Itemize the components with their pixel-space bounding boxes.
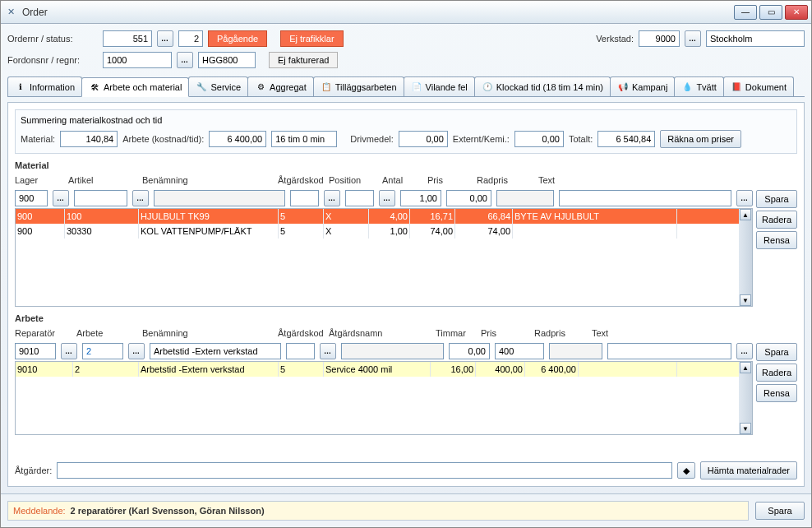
message-bar: Meddelande: 2 reparatörer (Karl Svensson… [7, 501, 749, 521]
arb-benamning-input[interactable] [154, 346, 277, 356]
mat-antal-input[interactable] [404, 193, 437, 203]
wash-icon: 💧 [681, 81, 693, 93]
mat-pos-input[interactable] [349, 193, 370, 203]
driv-value[interactable] [403, 134, 444, 144]
scroll-up-icon[interactable]: ▲ [740, 209, 751, 220]
tab-tvatt[interactable]: 💧Tvätt [674, 76, 723, 96]
arb-arbete-input[interactable] [86, 346, 119, 356]
app-icon: ✕ [4, 6, 17, 19]
mat-artikel-input[interactable] [78, 193, 123, 203]
atgarder-label: Åtgärder: [15, 465, 52, 475]
tab-kampanj[interactable]: 📢Kampanj [610, 76, 675, 96]
regnr-input[interactable] [202, 55, 251, 65]
window-title: Order [22, 7, 734, 18]
ext-value[interactable] [519, 134, 560, 144]
arb-radpris-input [553, 346, 598, 356]
arb-atgard-lookup[interactable]: … [320, 343, 336, 359]
minimize-button[interactable]: — [734, 5, 757, 20]
mat-pos-lookup[interactable]: … [379, 190, 395, 206]
arb-radera-button[interactable]: Radera [756, 364, 797, 382]
status-badge-1: Pågående [208, 30, 267, 47]
hamta-button[interactable]: Hämta materialrader [700, 461, 797, 479]
table-row[interactable]: 90030330KOL VATTENPUMP/FLÄKT5X1,0074,007… [16, 224, 739, 239]
scroll-down-icon[interactable]: ▼ [740, 294, 751, 306]
arb-rep-lookup[interactable]: … [61, 343, 77, 359]
fordon-input[interactable] [107, 55, 168, 65]
tot-value[interactable] [602, 134, 651, 144]
material-heading: Material [15, 160, 797, 170]
scroll-up-icon[interactable]: ▲ [740, 362, 751, 373]
tot-label: Totalt: [569, 134, 593, 144]
arb-scrollbar[interactable]: ▲ ▼ [739, 362, 752, 434]
arb-rep-input[interactable] [19, 346, 52, 356]
mat-radera-button[interactable]: Radera [756, 211, 797, 229]
arb-pris-input[interactable] [499, 346, 540, 356]
message-label: Meddelande: [13, 506, 66, 516]
doc-icon: 📕 [731, 81, 742, 93]
arb-spara-button[interactable]: Spara [756, 343, 797, 361]
verkstad-input[interactable] [643, 34, 676, 44]
mat-text-lookup[interactable]: … [736, 190, 753, 206]
material-headers: Lager Artikel Benämning Åtgärdskod Posit… [15, 175, 797, 185]
info-icon: ℹ [15, 81, 26, 93]
tab-arbete-material[interactable]: 🛠Arbete och material [81, 77, 189, 97]
mat-lager-input[interactable] [19, 193, 44, 203]
arbete-tid-value[interactable] [275, 134, 333, 144]
service-icon: 🔧 [196, 81, 207, 93]
pending-icon: 📄 [411, 81, 422, 93]
arb-arbete-lookup[interactable]: … [128, 343, 145, 359]
work-icon: 🛠 [89, 81, 100, 93]
arb-text-lookup[interactable]: … [736, 343, 753, 359]
close-button[interactable]: ✕ [785, 5, 808, 20]
mat-radpris-input [501, 193, 550, 203]
mat-spara-button[interactable]: Spara [756, 190, 797, 208]
scroll-down-icon[interactable]: ▼ [740, 423, 751, 434]
mat-atgard-input[interactable] [294, 193, 315, 203]
status-num-input[interactable] [182, 34, 199, 44]
mat-benamning-input [158, 193, 281, 203]
clock-icon: 🕐 [482, 81, 493, 93]
fordon-lookup[interactable]: … [177, 52, 193, 68]
maximize-button[interactable]: ▭ [759, 5, 782, 20]
footer-spara-button[interactable]: Spara [755, 502, 805, 520]
mat-pris-input[interactable] [450, 193, 487, 203]
mat-atgard-lookup[interactable]: … [324, 190, 340, 206]
tab-vilande[interactable]: 📄Vilande fel [404, 76, 475, 96]
status-badge-2: Ej trafikklar [280, 30, 343, 47]
atgarder-pick-icon[interactable]: ◆ [677, 462, 695, 479]
table-row[interactable]: 90102Arbetstid -Extern verkstad5Service … [16, 362, 739, 377]
ordernr-label: Ordernr / status: [7, 34, 98, 44]
tab-tillaggs[interactable]: 📋Tilläggsarbeten [313, 76, 404, 96]
ordernr-lookup[interactable]: … [157, 30, 173, 47]
mat-rensa-button[interactable]: Rensa [756, 231, 797, 249]
mat-text-input[interactable] [563, 193, 727, 203]
ext-label: Externt/Kemi.: [453, 134, 510, 144]
verkstad-name-input[interactable] [710, 34, 800, 44]
arbete-grid: 90102Arbetstid -Extern verkstad5Service … [15, 361, 753, 435]
tab-klockad[interactable]: 🕐Klockad tid (18 tim 14 min) [474, 76, 611, 96]
arb-rensa-button[interactable]: Rensa [756, 384, 797, 402]
material-value[interactable] [64, 134, 113, 144]
mat-lager-lookup[interactable]: … [53, 190, 69, 206]
summary-title: Summering materialkostnad och tid [21, 115, 791, 125]
tab-service[interactable]: 🔧Service [188, 76, 248, 96]
material-grid: 900100HJULBULT TK995X4,0016,7166,84BYTE … [15, 208, 753, 307]
arb-timmar-input[interactable] [453, 346, 486, 356]
recalc-button[interactable]: Räkna om priser [660, 130, 741, 148]
arb-text-input[interactable] [611, 346, 727, 356]
arb-atgardn-input [345, 346, 440, 356]
tab-aggregat[interactable]: ⚙Aggregat [247, 76, 314, 96]
aggregat-icon: ⚙ [255, 81, 266, 93]
ordernr-input[interactable] [107, 34, 148, 44]
arb-atgard-input[interactable] [290, 346, 311, 356]
mat-artikel-lookup[interactable]: … [132, 190, 149, 206]
summary-bar: Summering materialkostnad och tid Materi… [15, 109, 797, 154]
tab-dokument[interactable]: 📕Dokument [723, 76, 794, 96]
addon-icon: 📋 [321, 81, 332, 93]
mat-scrollbar[interactable]: ▲ ▼ [739, 209, 752, 306]
verkstad-lookup[interactable]: … [685, 30, 701, 47]
table-row[interactable]: 900100HJULBULT TK995X4,0016,7166,84BYTE … [16, 209, 739, 224]
tab-information[interactable]: ℹInformation [7, 76, 82, 96]
arbete-kost-value[interactable] [213, 134, 262, 144]
atgarder-input[interactable] [61, 465, 667, 475]
